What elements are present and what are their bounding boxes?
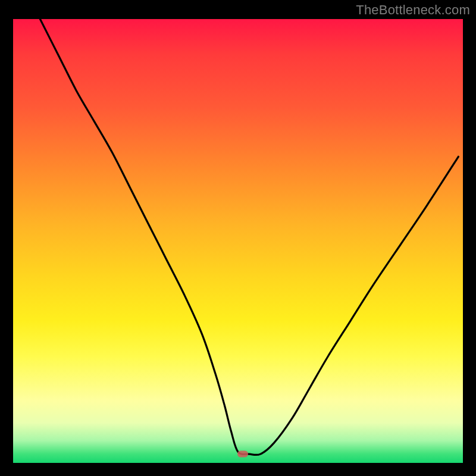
- curve-path: [40, 19, 458, 455]
- bottleneck-curve: [13, 19, 463, 463]
- minimum-marker: [237, 451, 248, 458]
- watermark-text: TheBottleneck.com: [356, 2, 470, 18]
- chart-stage: TheBottleneck.com: [0, 0, 476, 476]
- plot-area: [13, 19, 463, 463]
